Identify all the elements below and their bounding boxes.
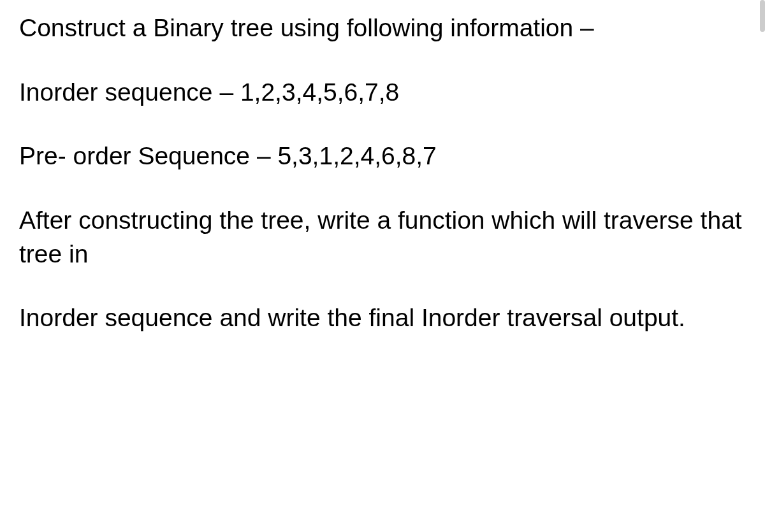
- task-description-part2: Inorder sequence and write the final Ino…: [19, 301, 746, 335]
- preorder-sequence-text: Pre- order Sequence – 5,3,1,2,4,6,8,7: [19, 140, 746, 173]
- inorder-sequence-text: Inorder sequence – 1,2,3,4,5,6,7,8: [19, 76, 746, 110]
- problem-statement-intro: Construct a Binary tree using following …: [19, 11, 746, 45]
- task-description-part1: After constructing the tree, write a fun…: [19, 204, 746, 271]
- scrollbar-thumb[interactable]: [760, 0, 765, 32]
